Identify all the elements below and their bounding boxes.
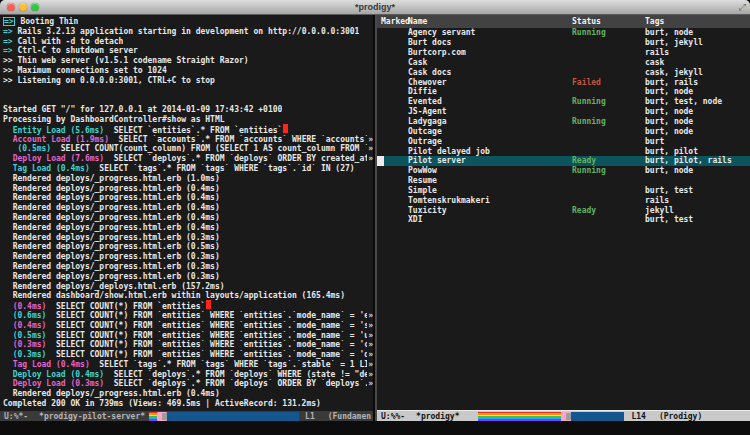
service-name: Pilot server xyxy=(408,156,572,165)
log-line: (0.3ms) SELECT COUNT(*) FROM `entities` … xyxy=(3,350,373,360)
fullscreen-icon[interactable]: ⤢ xyxy=(739,2,746,13)
log-line-text: Rendered deploys/_progress.html.erb (0.4… xyxy=(3,223,220,233)
log-line: (0.3ms) SELECT COUNT(*) FROM `entities` … xyxy=(3,340,373,350)
log-line xyxy=(3,86,373,96)
service-row[interactable]: Resume xyxy=(377,176,750,186)
log-line: Rendered deploys/_deploys.html.erb (157.… xyxy=(3,282,373,292)
service-row[interactable]: LadygagaRunningburt, node xyxy=(377,117,750,127)
log-line-text: Tag Load (0.4ms) SELECT `tags`.* FROM `t… xyxy=(3,360,367,370)
log-line: Rendered deploys/_progress.html.erb (0.5… xyxy=(3,242,373,252)
service-row[interactable]: XDIburt, test xyxy=(377,215,750,225)
log-segment: (0.4ms) xyxy=(3,302,46,311)
service-tags: jekyll xyxy=(645,206,750,215)
log-line-text: >> Maximum connections set to 1024 xyxy=(3,66,167,76)
log-segment: (0.4ms) xyxy=(3,321,46,330)
log-segment: SELECT COUNT(*) FROM `entities` WHERE `e… xyxy=(46,311,367,320)
service-row[interactable]: Burtcorp.comrails xyxy=(377,48,750,58)
service-name: Burtcorp.com xyxy=(408,48,572,57)
log-segment: Deploy Load (7.6ms) xyxy=(3,154,104,163)
pane-log: => Booting Thin=> Rails 3.2.13 applicati… xyxy=(0,15,373,421)
service-row[interactable]: Outrageburt xyxy=(377,136,750,146)
service-row[interactable]: Outcageburt, node xyxy=(377,126,750,136)
service-row[interactable]: Tomtenskrukmakerirails xyxy=(377,195,750,205)
log-segment: Booting Thin xyxy=(16,17,79,26)
log-segment: Tag Load (0.4ms) xyxy=(3,360,90,369)
service-name: Outcage xyxy=(408,127,572,136)
service-row[interactable]: PowWowRunningburt, node xyxy=(377,166,750,176)
log-segment: Rendered deploys/_progress.html.erb (0.4… xyxy=(3,203,220,212)
service-name: Diffie xyxy=(408,87,572,96)
log-segment: >> Maximum connections set to 1024 xyxy=(3,66,167,75)
log-segment: Account Load (1.9ms) xyxy=(3,135,109,144)
log-line: Rendered deploys/_progress.html.erb (1.0… xyxy=(3,174,373,184)
point-cursor xyxy=(377,156,384,166)
log-segment: Started GET "/" for 127.0.0.1 at 2014-01… xyxy=(3,105,282,114)
service-row[interactable]: Diffieburt, node xyxy=(377,87,750,97)
service-name: Tomtenskrukmakeri xyxy=(408,196,572,205)
service-tags: burt, jekyll xyxy=(645,38,750,47)
service-tags: burt, test, node xyxy=(645,97,750,106)
service-row[interactable]: Pilot delayed jobburt, pilot xyxy=(377,146,750,156)
nyan-rainbow xyxy=(149,412,157,421)
log-segment: (0.3ms) xyxy=(3,350,46,359)
service-row[interactable]: JS-Agentburt, node xyxy=(377,107,750,117)
log-segment: SELECT `deploys`.* FROM `deploys` ORDER … xyxy=(104,154,367,163)
log-segment: => xyxy=(3,46,13,55)
window-title: *prodigy* xyxy=(0,0,750,14)
log-segment: Rendered deploys/_progress.html.erb (0.4… xyxy=(3,223,220,232)
minibuffer-echo-area[interactable] xyxy=(0,421,750,435)
modeline-major-mode: (Fundamen xyxy=(328,412,371,421)
log-line: (0.6ms) SELECT COUNT(*) FROM `entities` … xyxy=(3,311,373,321)
nyan-cat-icon xyxy=(157,412,167,421)
log-line: Tag Load (0.4ms) SELECT `tags`.* FROM `t… xyxy=(3,164,373,174)
log-segment: SELECT COUNT(*) FROM `entities` WHERE `e… xyxy=(46,321,367,330)
service-row[interactable]: Cask docscask, jekyll xyxy=(377,67,750,77)
service-name: PowWow xyxy=(408,166,572,175)
service-tags: burt, rails xyxy=(645,78,750,87)
log-line: Deploy Load (7.6ms) SELECT `deploys`.* F… xyxy=(3,154,373,164)
log-line: => Booting Thin xyxy=(3,17,373,27)
log-line-text: (0.5ms) SELECT COUNT(*) FROM `entities` … xyxy=(3,331,367,341)
log-segment: Rendered deploys/_progress.html.erb (0.4… xyxy=(3,389,220,398)
title-bar[interactable]: *prodigy* ⤢ xyxy=(0,0,750,15)
log-segment: Ctrl-C to shutdown server xyxy=(13,46,138,55)
frame-split: => Booting Thin=> Rails 3.2.13 applicati… xyxy=(0,15,750,421)
log-segment: SELECT `accounts`.* FROM `accounts` WHER… xyxy=(109,135,367,144)
service-row[interactable]: Pilot serverReadyburt, pilot, rails xyxy=(377,156,750,166)
log-lines: => Booting Thin=> Rails 3.2.13 applicati… xyxy=(0,15,373,410)
log-line-text: >> Listening on 0.0.0.0:3001, CTRL+C to … xyxy=(3,76,215,86)
service-tags: cask xyxy=(645,58,750,67)
log-line-text: Rendered deploys/_progress.html.erb (0.3… xyxy=(3,272,220,282)
service-row[interactable]: EventedRunningburt, test, node xyxy=(377,97,750,107)
minimize-button[interactable] xyxy=(19,3,27,11)
log-line: Completed 200 OK in 739ms (Views: 469.5m… xyxy=(3,399,373,409)
log-line: (0.5ms) SELECT COUNT(*) FROM `entities` … xyxy=(3,331,373,341)
service-row[interactable]: Caskcask xyxy=(377,58,750,68)
log-line xyxy=(3,95,373,105)
log-line: >> Listening on 0.0.0.0:3001, CTRL+C to … xyxy=(3,76,373,86)
service-row[interactable]: Agency servantRunningburt, node xyxy=(377,28,750,38)
zoom-button[interactable] xyxy=(31,3,39,11)
log-line-text: (0.4ms) SELECT COUNT(*) FROM `entities` … xyxy=(3,321,367,331)
service-name: Tuxicity xyxy=(408,206,572,215)
service-row[interactable]: TuxicityReadyjekyll xyxy=(377,205,750,215)
modeline-buffer-name: *prodigy* xyxy=(416,412,459,421)
service-row[interactable]: ChewoverFailedburt, rails xyxy=(377,77,750,87)
log-segment: Rendered deploys/_progress.html.erb (0.3… xyxy=(3,262,220,271)
service-status-badge: Running xyxy=(572,28,645,37)
log-segment: Completed 200 OK in 739ms (Views: 469.5m… xyxy=(3,399,321,408)
service-row[interactable]: Burt docsburt, jekyll xyxy=(377,38,750,48)
log-segment: Deploy Load (0.3ms) xyxy=(3,379,104,388)
modeline-prodigy: U:%%- *prodigy* L14 (Prodigy) xyxy=(377,410,750,421)
close-button[interactable] xyxy=(7,3,15,11)
service-row[interactable]: Simpleburt, test xyxy=(377,186,750,196)
service-tags: rails xyxy=(645,196,750,205)
services-header-row: Marked Name Status Tags xyxy=(377,15,750,28)
log-segment: (0.5ms) xyxy=(3,144,51,153)
log-line: (0.4ms) SELECT COUNT(*) FROM `entities` xyxy=(3,301,373,311)
service-name: Evented xyxy=(408,97,572,106)
pane-prodigy: Marked Name Status Tags Agency servantRu… xyxy=(377,15,750,421)
service-tags: burt, node xyxy=(645,28,750,37)
log-segment: >> Thin web server (v1.5.1 codename Stra… xyxy=(3,56,249,65)
log-line-text: (0.3ms) SELECT COUNT(*) FROM `entities` … xyxy=(3,340,367,350)
